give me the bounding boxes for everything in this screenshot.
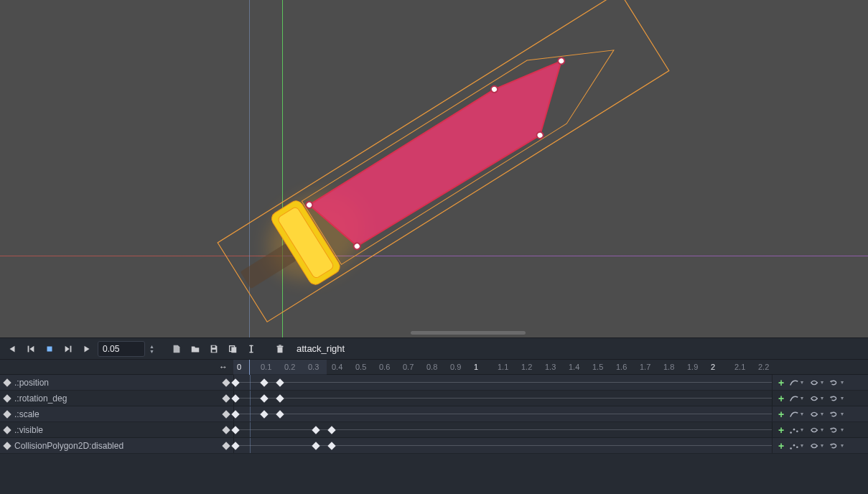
time-spinner[interactable]: ▲▼ — [148, 341, 156, 357]
save-animation-button[interactable] — [206, 341, 222, 357]
time-input[interactable] — [98, 341, 145, 357]
track-row[interactable]: .:rotation_deg+▾▾▾ — [0, 391, 868, 406]
keyframe[interactable] — [260, 378, 268, 386]
track-key-area[interactable] — [233, 406, 772, 421]
ruler-tick: 1.2 — [521, 363, 532, 371]
viewport-scrollbar[interactable] — [411, 331, 526, 335]
keyframe[interactable] — [260, 410, 268, 418]
wrap-mode-dropdown[interactable]: ▾ — [820, 442, 824, 449]
new-animation-button[interactable] — [169, 341, 185, 357]
insert-key-icon[interactable] — [222, 394, 230, 402]
keyframe[interactable] — [327, 442, 335, 449]
keyframe[interactable] — [231, 410, 239, 418]
add-key-button[interactable]: + — [775, 409, 787, 420]
loop-mode-dropdown[interactable]: ▾ — [840, 427, 844, 433]
keyframe[interactable] — [276, 394, 284, 402]
track-key-area[interactable] — [233, 438, 772, 453]
wrap-mode-dropdown[interactable]: ▾ — [820, 379, 824, 386]
load-animation-button[interactable] — [187, 341, 203, 357]
loop-mode-dropdown[interactable]: ▾ — [840, 411, 844, 417]
loop-mode-button[interactable] — [829, 424, 840, 436]
interpolation-mode-button[interactable] — [788, 424, 800, 436]
keyframe[interactable] — [231, 394, 239, 402]
ruler-tick: 1.6 — [616, 363, 627, 371]
timeline-ruler[interactable]: ↔ 00.10.20.30.40.50.60.70.80.911.11.21.3… — [0, 359, 868, 375]
play-backwards-from-end-button[interactable] — [4, 341, 20, 357]
track-key-area[interactable] — [233, 422, 772, 437]
keyframe[interactable] — [276, 410, 284, 418]
loop-mode-button[interactable] — [829, 440, 840, 452]
track-controls: +▾▾▾ — [772, 391, 868, 406]
track-key-area[interactable] — [233, 375, 772, 390]
track-row[interactable]: .:position+▾▾▾ — [0, 375, 868, 391]
loop-mode-dropdown[interactable]: ▾ — [840, 379, 844, 386]
insert-key-icon[interactable] — [222, 442, 230, 449]
keyframe[interactable] — [276, 378, 284, 386]
keyframe[interactable] — [327, 426, 335, 434]
duplicate-animation-button[interactable] — [225, 341, 241, 357]
wrap-mode-button[interactable] — [808, 393, 820, 404]
svg-marker-6 — [309, 51, 589, 258]
interpolation-mode-dropdown[interactable]: ▾ — [800, 379, 804, 386]
insert-key-icon[interactable] — [222, 410, 230, 418]
loop-mode-button[interactable] — [829, 377, 840, 388]
play-button[interactable] — [60, 341, 76, 357]
track-row[interactable]: .:scale+▾▾▾ — [0, 406, 868, 422]
animation-name-input[interactable] — [291, 341, 864, 357]
hresize-icon[interactable]: ↔ — [219, 362, 228, 372]
delete-animation-button[interactable] — [272, 341, 288, 357]
keyframe[interactable] — [231, 426, 239, 434]
interpolation-mode-dropdown[interactable]: ▾ — [800, 411, 804, 417]
track-key-area[interactable] — [233, 391, 772, 406]
ruler-tick: 1 — [474, 363, 478, 371]
wrap-mode-dropdown[interactable]: ▾ — [820, 427, 824, 433]
ruler-playhead[interactable] — [249, 360, 250, 376]
keyframe[interactable] — [312, 426, 319, 434]
interpolation-mode-button[interactable] — [788, 409, 800, 420]
keyframe[interactable] — [260, 394, 268, 402]
loop-mode-button[interactable] — [829, 409, 840, 420]
track-name: .:visible — [14, 425, 43, 435]
play-from-start-button[interactable] — [79, 341, 95, 357]
insert-key-icon[interactable] — [222, 378, 230, 386]
viewport-2d[interactable] — [0, 0, 868, 337]
stop-button[interactable] — [42, 341, 57, 357]
interpolation-mode-button[interactable] — [788, 377, 800, 388]
keyframe[interactable] — [312, 442, 319, 449]
wrap-mode-button[interactable] — [808, 424, 820, 436]
track-row[interactable]: CollisionPolygon2D:disabled+▾▾▾ — [0, 438, 868, 454]
interpolation-mode-button[interactable] — [788, 393, 800, 404]
loop-mode-dropdown[interactable]: ▾ — [840, 442, 844, 449]
track-playhead — [250, 438, 251, 453]
ruler-tick: 1.9 — [687, 363, 698, 371]
add-key-button[interactable]: + — [775, 377, 787, 388]
svg-rect-24 — [277, 345, 284, 347]
interpolation-mode-dropdown[interactable]: ▾ — [800, 442, 804, 449]
loop-mode-button[interactable] — [829, 393, 840, 404]
wrap-mode-button[interactable] — [808, 409, 820, 420]
interpolation-mode-dropdown[interactable]: ▾ — [800, 395, 804, 401]
ruler-tick: 2.2 — [758, 363, 769, 371]
ruler-tick: 0.7 — [403, 363, 414, 371]
wrap-mode-dropdown[interactable]: ▾ — [820, 395, 824, 401]
ruler-tick: 1.4 — [569, 363, 579, 371]
sword-sprite[interactable] — [0, 0, 868, 337]
track-name: .:position — [14, 378, 49, 388]
rename-animation-button[interactable] — [243, 341, 259, 357]
svg-rect-19 — [231, 347, 236, 353]
add-key-button[interactable]: + — [775, 424, 787, 436]
interpolation-mode-dropdown[interactable]: ▾ — [800, 427, 804, 433]
track-row[interactable]: .:visible+▾▾▾ — [0, 422, 868, 438]
add-key-button[interactable]: + — [775, 440, 787, 452]
wrap-mode-dropdown[interactable]: ▾ — [820, 411, 824, 417]
keyframe[interactable] — [231, 378, 239, 386]
wrap-mode-button[interactable] — [808, 377, 820, 388]
play-backwards-button[interactable] — [23, 341, 39, 357]
track-type-icon — [3, 378, 11, 386]
insert-key-icon[interactable] — [222, 426, 230, 434]
add-key-button[interactable]: + — [775, 393, 787, 404]
interpolation-mode-button[interactable] — [788, 440, 800, 452]
loop-mode-dropdown[interactable]: ▾ — [840, 395, 844, 401]
wrap-mode-button[interactable] — [808, 440, 820, 452]
keyframe[interactable] — [231, 442, 239, 449]
